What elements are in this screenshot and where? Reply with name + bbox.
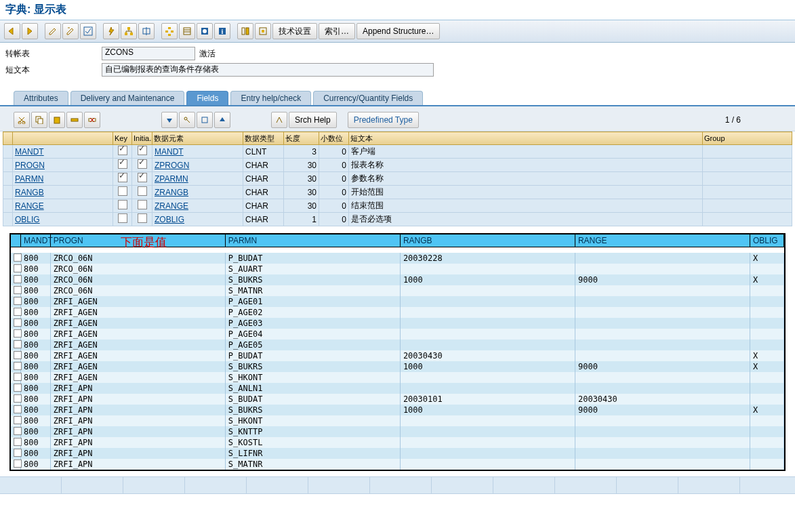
row-selector[interactable] bbox=[14, 264, 22, 272]
key-checkbox[interactable] bbox=[118, 146, 127, 155]
row-selector[interactable] bbox=[14, 329, 22, 337]
data-row[interactable]: 800ZRFI_AGENS_HKONT bbox=[11, 372, 784, 383]
contents-button[interactable] bbox=[179, 23, 195, 39]
field-row[interactable]: RANGBZRANGBCHAR300开始范围 bbox=[3, 186, 792, 199]
row-selector[interactable] bbox=[14, 459, 22, 468]
key-button[interactable] bbox=[179, 112, 195, 128]
up-button[interactable] bbox=[214, 112, 230, 128]
srch-help-icon[interactable] bbox=[271, 112, 287, 128]
data-row[interactable]: 800ZRFI_AGENP_AGE04 bbox=[11, 329, 784, 340]
search-help-button[interactable]: Srch Help bbox=[289, 112, 337, 128]
data-row[interactable]: 800ZRFI_AGENP_AGE03 bbox=[11, 318, 784, 329]
key-checkbox[interactable] bbox=[118, 173, 127, 182]
expand-all-button[interactable] bbox=[161, 112, 178, 128]
data-row[interactable]: 800ZRFI_AGENP_AGE01 bbox=[11, 296, 784, 307]
extras-button[interactable] bbox=[237, 23, 253, 39]
key-checkbox[interactable] bbox=[118, 186, 127, 196]
back-button[interactable] bbox=[4, 23, 20, 39]
data-row[interactable]: 800ZRFI_APNS_LIFNR bbox=[11, 448, 784, 459]
row-selector[interactable] bbox=[14, 308, 22, 316]
row-selector[interactable] bbox=[14, 340, 22, 348]
initial-checkbox[interactable] bbox=[138, 173, 147, 182]
short-text-input[interactable]: 自已编制报表的查询条件存储表 bbox=[102, 63, 434, 77]
data-row[interactable]: 800ZRFI_APNS_MATNR bbox=[11, 459, 784, 470]
initial-checkbox[interactable] bbox=[138, 159, 147, 169]
initial-checkbox[interactable] bbox=[138, 186, 147, 196]
field-row[interactable]: MANDTMANDTCLNT30客户端 bbox=[3, 145, 792, 159]
utilities-button[interactable] bbox=[255, 23, 271, 39]
data-row[interactable]: 800ZRCO_06NS_MATNR bbox=[11, 285, 784, 296]
collapse-button[interactable] bbox=[197, 112, 213, 128]
tab-delivery[interactable]: Delivery and Maintenance bbox=[70, 91, 185, 105]
data-row[interactable]: 800ZRCO_06NS_BUKRS10009000X bbox=[11, 274, 784, 285]
initial-checkbox[interactable] bbox=[138, 213, 147, 223]
check-button[interactable] bbox=[80, 23, 96, 39]
initial-checkbox[interactable] bbox=[138, 200, 147, 209]
data-row[interactable]: 800ZRFI_AGENP_AGE02 bbox=[11, 307, 784, 318]
table-name-input[interactable]: ZCONS bbox=[102, 47, 195, 60]
data-element[interactable]: ZPROGN bbox=[152, 159, 243, 172]
row-selector[interactable] bbox=[14, 427, 22, 435]
row-selector[interactable] bbox=[14, 319, 22, 327]
copy-button[interactable] bbox=[31, 112, 47, 128]
row-selector[interactable] bbox=[14, 351, 22, 359]
field-name[interactable]: PARMN bbox=[13, 172, 113, 186]
append-structure-button[interactable]: Append Structure… bbox=[356, 23, 440, 39]
predefined-type-button[interactable]: Predefined Type bbox=[348, 112, 419, 128]
data-row[interactable]: 800ZRFI_AGENP_AGE05 bbox=[11, 340, 784, 350]
cut-button[interactable] bbox=[14, 112, 30, 128]
field-name[interactable]: PROGN bbox=[13, 159, 113, 172]
data-element[interactable]: ZRANGE bbox=[152, 199, 243, 213]
forward-button[interactable] bbox=[22, 23, 38, 39]
row-selector[interactable] bbox=[14, 384, 22, 392]
data-element[interactable]: ZOBLIG bbox=[152, 213, 243, 226]
key-checkbox[interactable] bbox=[118, 200, 127, 209]
field-name[interactable]: RANGE bbox=[13, 199, 113, 213]
data-row[interactable]: 800ZRCO_06NP_BUDAT20030228X bbox=[11, 253, 784, 264]
index-button[interactable]: 索引… bbox=[319, 23, 355, 39]
insert-row-button[interactable] bbox=[66, 112, 83, 128]
row-selector[interactable] bbox=[14, 438, 22, 446]
paste-button[interactable] bbox=[49, 112, 65, 128]
data-element[interactable]: ZRANGB bbox=[152, 186, 243, 199]
row-selector[interactable] bbox=[14, 275, 22, 283]
tab-currency[interactable]: Currency/Quantity Fields bbox=[313, 91, 423, 105]
row-selector[interactable] bbox=[14, 373, 22, 381]
activate-button[interactable] bbox=[103, 23, 119, 39]
key-checkbox[interactable] bbox=[118, 213, 127, 223]
row-selector[interactable] bbox=[14, 394, 22, 403]
display-object-list-button[interactable] bbox=[138, 23, 155, 39]
field-row[interactable]: RANGEZRANGECHAR300结束范围 bbox=[3, 199, 792, 213]
initial-checkbox[interactable] bbox=[138, 146, 147, 155]
data-row[interactable]: 800ZRFI_APNS_ANLN1 bbox=[11, 383, 784, 394]
technical-settings-button[interactable]: 技术设置 bbox=[272, 23, 317, 39]
field-name[interactable]: MANDT bbox=[13, 145, 113, 159]
data-element[interactable]: MANDT bbox=[152, 145, 243, 159]
tab-fields[interactable]: Fields bbox=[186, 91, 228, 105]
delete-row-button[interactable] bbox=[84, 112, 100, 128]
row-selector[interactable] bbox=[14, 405, 22, 413]
row-selector[interactable] bbox=[14, 362, 22, 370]
field-name[interactable]: OBLIG bbox=[13, 213, 113, 226]
field-row[interactable]: OBLIGZOBLIGCHAR10是否必选项 bbox=[3, 213, 792, 226]
field-name[interactable]: RANGB bbox=[13, 186, 113, 199]
row-selector[interactable] bbox=[14, 416, 22, 424]
other-object-button[interactable] bbox=[62, 23, 79, 39]
graphic-button[interactable] bbox=[197, 23, 213, 39]
data-element[interactable]: ZPARMN bbox=[152, 172, 243, 186]
tab-entry-help[interactable]: Entry help/check bbox=[230, 91, 311, 105]
edit-button[interactable] bbox=[45, 23, 61, 39]
row-selector[interactable] bbox=[14, 253, 22, 262]
data-row[interactable]: 800ZRCO_06NS_AUART bbox=[11, 264, 784, 274]
data-row[interactable]: 800ZRFI_APNS_BUDAT2003010120030430 bbox=[11, 394, 784, 405]
hierarchy-button[interactable] bbox=[161, 23, 178, 39]
info-button[interactable]: i bbox=[214, 23, 230, 39]
tab-attributes[interactable]: Attributes bbox=[14, 91, 68, 105]
row-selector[interactable] bbox=[14, 286, 22, 294]
key-checkbox[interactable] bbox=[118, 159, 127, 169]
where-used-button[interactable] bbox=[121, 23, 137, 39]
data-row[interactable]: 800ZRFI_APNS_KNTTP bbox=[11, 426, 784, 437]
row-selector[interactable] bbox=[14, 297, 22, 305]
data-row[interactable]: 800ZRFI_APNS_KOSTL bbox=[11, 437, 784, 448]
field-row[interactable]: PROGNZPROGNCHAR300报表名称 bbox=[3, 159, 792, 172]
